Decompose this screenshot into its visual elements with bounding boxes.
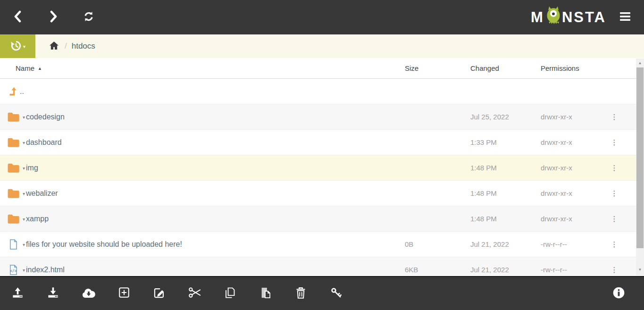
row-menu-icon[interactable]: ⋮ bbox=[611, 139, 618, 146]
upload-button[interactable] bbox=[0, 277, 35, 310]
edit-button[interactable] bbox=[142, 277, 177, 310]
table-body: ▾ .. ⋮ ▾ codedesign Jul 25, 2022 drwxr-x… bbox=[0, 79, 644, 276]
permissions-button[interactable] bbox=[318, 277, 354, 310]
table-row[interactable]: ▾ xampp 1:48 PM drwxr-xr-x ⋮ bbox=[0, 206, 644, 232]
row-dropdown-icon[interactable]: ▾ bbox=[23, 217, 25, 222]
scroll-down-icon[interactable]: ▼ bbox=[636, 265, 644, 274]
file-permissions: -rw-r--r-- bbox=[541, 240, 601, 248]
file-permissions: -rw-r--r-- bbox=[541, 266, 601, 274]
up-directory-icon bbox=[7, 85, 20, 98]
breadcrumb: ▾ / htdocs bbox=[0, 34, 644, 58]
table-row[interactable]: ▾ webalizer 1:48 PM drwxr-xr-x ⋮ bbox=[0, 181, 644, 206]
file-name[interactable]: xampp bbox=[26, 215, 49, 223]
paste-icon bbox=[259, 286, 272, 301]
forward-icon bbox=[48, 10, 59, 25]
refresh-button[interactable] bbox=[71, 0, 106, 34]
file-name[interactable]: codedesign bbox=[26, 113, 65, 121]
info-icon bbox=[612, 286, 625, 301]
chevron-down-icon: ▾ bbox=[23, 44, 25, 49]
table-row[interactable]: ▾ codedesign Jul 25, 2022 drwxr-xr-x ⋮ bbox=[0, 104, 644, 130]
file-name[interactable]: files for your website should be uploade… bbox=[26, 240, 182, 249]
row-menu-icon[interactable]: ⋮ bbox=[611, 164, 618, 171]
logo-text-nsta: NSTA bbox=[562, 9, 606, 26]
cloud-download-button[interactable] bbox=[71, 277, 106, 310]
file-changed: 1:33 PM bbox=[470, 138, 541, 146]
file-changed: 1:48 PM bbox=[470, 215, 541, 223]
delete-icon bbox=[295, 286, 307, 301]
edit-icon bbox=[153, 286, 166, 301]
file-permissions: drwxr-xr-x bbox=[541, 215, 601, 223]
file-changed: Jul 21, 2022 bbox=[470, 266, 541, 274]
row-menu-icon[interactable]: ⋮ bbox=[611, 266, 618, 273]
table-row[interactable]: ▾ dashboard 1:33 PM drwxr-xr-x ⋮ bbox=[0, 130, 644, 155]
folder-icon bbox=[7, 111, 20, 123]
logo-text-m: M bbox=[531, 9, 544, 26]
download-button[interactable] bbox=[35, 277, 71, 310]
back-icon bbox=[13, 10, 23, 25]
breadcrumb-home[interactable] bbox=[49, 41, 59, 52]
table-row[interactable]: </> ▾ index2.html 6KB Jul 21, 2022 -rw-r… bbox=[0, 257, 644, 276]
copy-icon bbox=[224, 286, 236, 301]
column-header-size[interactable]: Size bbox=[405, 64, 470, 72]
table-row[interactable]: ▾ img 1:48 PM drwxr-xr-x ⋮ bbox=[0, 155, 644, 181]
row-dropdown-icon[interactable]: ▾ bbox=[23, 115, 25, 120]
row-menu-icon[interactable]: ⋮ bbox=[611, 113, 618, 120]
row-dropdown-icon[interactable]: ▾ bbox=[23, 268, 25, 273]
table-row[interactable]: ▾ .. ⋮ bbox=[0, 79, 644, 104]
back-button[interactable] bbox=[0, 0, 35, 34]
file-permissions: drwxr-xr-x bbox=[541, 189, 601, 197]
sort-ascending-icon: ▲ bbox=[38, 66, 42, 71]
breadcrumb-current-folder[interactable]: htdocs bbox=[72, 42, 95, 51]
table-row[interactable]: ▾ files for your website should be uploa… bbox=[0, 232, 644, 257]
file-changed: Jul 25, 2022 bbox=[470, 113, 541, 121]
file-changed: Jul 21, 2022 bbox=[470, 240, 541, 248]
file-size: 0B bbox=[405, 240, 470, 248]
row-menu-icon[interactable]: ⋮ bbox=[611, 215, 618, 222]
file-changed: 1:48 PM bbox=[470, 164, 541, 172]
scroll-up-icon[interactable]: ▲ bbox=[636, 59, 644, 67]
home-icon bbox=[49, 41, 59, 52]
file-permissions: drwxr-xr-x bbox=[541, 164, 601, 172]
file-name[interactable]: webalizer bbox=[26, 189, 58, 198]
cloud-download-icon bbox=[82, 286, 96, 301]
row-dropdown-icon[interactable]: ▾ bbox=[23, 242, 25, 247]
file-name[interactable]: dashboard bbox=[26, 138, 62, 147]
monsta-ftp-app: M NSTA bbox=[0, 0, 644, 310]
info-button[interactable] bbox=[601, 277, 636, 310]
top-navigation-bar: M NSTA bbox=[0, 0, 644, 34]
copy-button[interactable] bbox=[212, 277, 248, 310]
history-button[interactable]: ▾ bbox=[0, 34, 35, 58]
column-header-name[interactable]: Name bbox=[16, 64, 34, 72]
breadcrumb-separator: / bbox=[65, 42, 67, 51]
row-dropdown-icon[interactable]: ▾ bbox=[23, 166, 25, 171]
file-permissions: drwxr-xr-x bbox=[541, 113, 601, 121]
folder-icon bbox=[7, 213, 20, 225]
delete-button[interactable] bbox=[283, 277, 318, 310]
svg-text:</>: </> bbox=[10, 269, 17, 273]
paste-button[interactable] bbox=[248, 277, 283, 310]
file-name[interactable]: img bbox=[26, 164, 38, 172]
folder-icon bbox=[7, 187, 20, 200]
row-dropdown-icon[interactable]: ▾ bbox=[23, 191, 25, 196]
new-item-icon bbox=[118, 286, 130, 301]
column-header-permissions[interactable]: Permissions bbox=[541, 64, 601, 72]
file-name[interactable]: .. bbox=[20, 87, 24, 96]
row-menu-icon[interactable]: ⋮ bbox=[611, 190, 618, 197]
file-name[interactable]: index2.html bbox=[26, 266, 65, 274]
forward-button[interactable] bbox=[35, 0, 71, 34]
cut-button[interactable] bbox=[177, 277, 212, 310]
menu-button[interactable] bbox=[606, 0, 644, 34]
action-toolbar bbox=[0, 276, 644, 310]
file-icon bbox=[7, 238, 20, 251]
folder-icon bbox=[7, 162, 20, 174]
scrollbar[interactable]: ▲ ▼ bbox=[636, 59, 644, 276]
monsta-logo: M NSTA bbox=[531, 5, 606, 30]
new-item-button[interactable] bbox=[106, 277, 142, 310]
folder-icon bbox=[7, 136, 20, 149]
row-dropdown-icon[interactable]: ▾ bbox=[23, 140, 25, 145]
refresh-icon bbox=[83, 10, 95, 25]
column-header-changed[interactable]: Changed bbox=[470, 64, 541, 72]
scrollbar-thumb[interactable] bbox=[636, 67, 644, 248]
code-file-icon: </> bbox=[7, 264, 20, 276]
row-menu-icon[interactable]: ⋮ bbox=[611, 241, 618, 248]
